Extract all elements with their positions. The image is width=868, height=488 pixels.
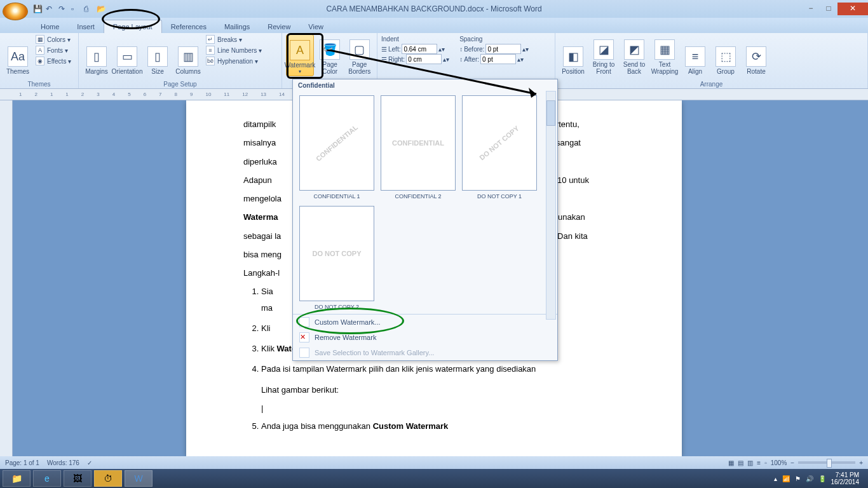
send-back-icon: ◩	[624, 39, 644, 60]
spacing-label: Spacing	[459, 36, 529, 43]
open-icon[interactable]: 📂	[97, 4, 105, 13]
view-draft-icon[interactable]: ▫	[764, 459, 767, 466]
tray-clock[interactable]: 7:41 PM16/2/2014	[831, 471, 860, 485]
page-borders-icon: ▢	[349, 39, 370, 60]
title-bar: 💾 ↶ ↷ ▫ ⎙ 📂 CARA MENAMBAHKAN BACKGROUND.…	[0, 0, 868, 18]
fonts-button[interactable]: AFonts ▾	[34, 45, 72, 55]
close-button[interactable]: ✕	[837, 3, 868, 15]
zoom-out-button[interactable]: −	[790, 459, 794, 466]
tab-references[interactable]: References	[162, 20, 215, 33]
tab-review[interactable]: Review	[259, 20, 299, 33]
vertical-ruler[interactable]	[0, 100, 13, 456]
tray-flag-icon[interactable]: ⚑	[795, 475, 801, 482]
bring-front-icon: ◪	[593, 39, 614, 60]
rotate-button[interactable]: ⟳Rotate	[742, 34, 770, 76]
indent-label: Indent	[381, 36, 449, 43]
task-app1[interactable]: 🖼	[64, 470, 92, 487]
tab-view[interactable]: View	[299, 20, 332, 33]
group-button[interactable]: ⬚Group	[712, 34, 740, 76]
spacing-before-field[interactable]: ↕Before:▴▾	[459, 44, 529, 54]
quick-access-toolbar: 💾 ↶ ↷ ▫ ⎙ 📂	[33, 4, 105, 13]
custom-watermark-icon	[299, 317, 309, 327]
orientation-icon: ▭	[117, 46, 137, 67]
rotate-icon: ⟳	[746, 46, 766, 67]
task-ie[interactable]: e	[33, 470, 61, 487]
task-word[interactable]: W	[125, 470, 153, 487]
gallery-header: Confidential	[293, 79, 557, 92]
office-button[interactable]	[3, 3, 28, 20]
gallery-item-confidential-2[interactable]: CONFIDENTIAL CONFIDENTIAL 2	[381, 95, 456, 200]
minimize-button[interactable]: −	[802, 3, 820, 15]
task-explorer[interactable]: 📁	[3, 470, 31, 487]
ribbon-tabs: Home Insert Page Layout References Maili…	[0, 18, 868, 33]
fonts-icon: A	[36, 46, 44, 55]
view-print-icon[interactable]: ▦	[728, 459, 734, 466]
page-borders-button[interactable]: ▢Page Borders	[346, 34, 374, 76]
watermark-button[interactable]: AWatermark▾	[286, 34, 314, 76]
indent-left-field[interactable]: ☰Left:▴▾	[381, 44, 449, 54]
group-icon: ⬚	[715, 46, 736, 67]
tray-volume-icon[interactable]: 🔊	[806, 475, 813, 482]
send-back-button[interactable]: ◩Send to Back	[620, 34, 648, 76]
status-proof-icon[interactable]: ✓	[87, 459, 92, 466]
tab-mailings[interactable]: Mailings	[215, 20, 259, 33]
effects-button[interactable]: ◉Effects ▾	[34, 56, 72, 66]
indent-right-field[interactable]: ☰Right:▴▾	[381, 54, 449, 64]
themes-button[interactable]: AaThemes	[4, 34, 32, 76]
hyphenation-button[interactable]: bēHyphenation ▾	[205, 56, 263, 66]
undo-icon[interactable]: ↶	[46, 4, 55, 13]
tray-network-icon[interactable]: 📶	[782, 475, 790, 482]
effects-icon: ◉	[36, 57, 44, 65]
size-button[interactable]: ▯Size	[144, 34, 172, 76]
gallery-item-do-not-copy-1[interactable]: DO NOT COPY DO NOT COPY 1	[462, 95, 537, 200]
zoom-in-button[interactable]: +	[859, 459, 863, 466]
page-color-button[interactable]: 🪣Page Color	[316, 34, 344, 76]
view-outline-icon[interactable]: ≡	[757, 459, 761, 466]
system-tray: ▴ 📶 ⚑ 🔊 🔋 7:41 PM16/2/2014	[774, 471, 866, 485]
colors-icon: ▦	[36, 35, 44, 44]
page-color-icon: 🪣	[320, 39, 340, 60]
remove-watermark-item[interactable]: ✕Remove Watermark	[293, 330, 557, 345]
task-app2[interactable]: ⏱	[94, 470, 122, 487]
hyphenation-icon: bē	[206, 57, 215, 65]
bring-front-button[interactable]: ◪Bring to Front	[590, 34, 618, 76]
print-icon[interactable]: ⎙	[84, 4, 93, 13]
view-read-icon[interactable]: ▤	[738, 459, 743, 466]
line-numbers-button[interactable]: ≡Line Numbers ▾	[205, 45, 263, 55]
text-wrap-button[interactable]: ▦Text Wrapping	[651, 34, 679, 76]
gallery-item-do-not-copy-2[interactable]: DO NOT COPY DO NOT COPY 2	[299, 206, 374, 310]
gallery-item-confidential-1[interactable]: CONFIDENTIAL CONFIDENTIAL 1	[299, 95, 374, 200]
tab-insert[interactable]: Insert	[68, 20, 104, 33]
save-icon[interactable]: 💾	[33, 4, 42, 13]
tab-page-layout[interactable]: Page Layout	[104, 20, 162, 33]
status-words[interactable]: Words: 176	[47, 459, 79, 466]
status-page[interactable]: Page: 1 of 1	[5, 459, 39, 466]
zoom-slider[interactable]	[798, 461, 855, 464]
maximize-button[interactable]: □	[820, 3, 837, 15]
redo-icon[interactable]: ↷	[58, 4, 67, 13]
gallery-scrollbar[interactable]	[546, 91, 556, 320]
margins-button[interactable]: ▯Margins	[83, 34, 111, 76]
columns-button[interactable]: ▥Columns	[174, 34, 202, 76]
tab-home[interactable]: Home	[32, 20, 68, 33]
tray-up-icon[interactable]: ▴	[774, 475, 777, 482]
status-bar: Page: 1 of 1 Words: 176 ✓ ▦ ▤ ▥ ≡ ▫ 100%…	[0, 456, 868, 469]
align-icon: ≡	[685, 46, 705, 67]
themes-icon: Aa	[8, 46, 28, 67]
breaks-button[interactable]: ↵Breaks ▾	[205, 34, 263, 44]
position-icon: ◧	[563, 46, 583, 67]
themes-group-label: Themes	[0, 81, 78, 88]
spacing-after-field[interactable]: ↕After:▴▾	[459, 54, 529, 64]
orientation-button[interactable]: ▭Orientation	[113, 34, 141, 76]
watermark-gallery: Confidential CONFIDENTIAL CONFIDENTIAL 1…	[292, 79, 558, 361]
tray-battery-icon[interactable]: 🔋	[818, 475, 826, 482]
new-icon[interactable]: ▫	[71, 4, 80, 13]
window-title: CARA MENAMBAHKAN BACKGROUND.docx - Micro…	[326, 4, 541, 13]
colors-button[interactable]: ▦Colors ▾	[34, 34, 72, 44]
view-web-icon[interactable]: ▥	[747, 459, 753, 466]
custom-watermark-item[interactable]: Custom Watermark...	[293, 315, 557, 330]
position-button[interactable]: ◧Position	[559, 34, 587, 76]
zoom-level[interactable]: 100%	[771, 459, 787, 466]
align-button[interactable]: ≡Align	[681, 34, 709, 76]
text-wrap-icon: ▦	[654, 39, 675, 60]
